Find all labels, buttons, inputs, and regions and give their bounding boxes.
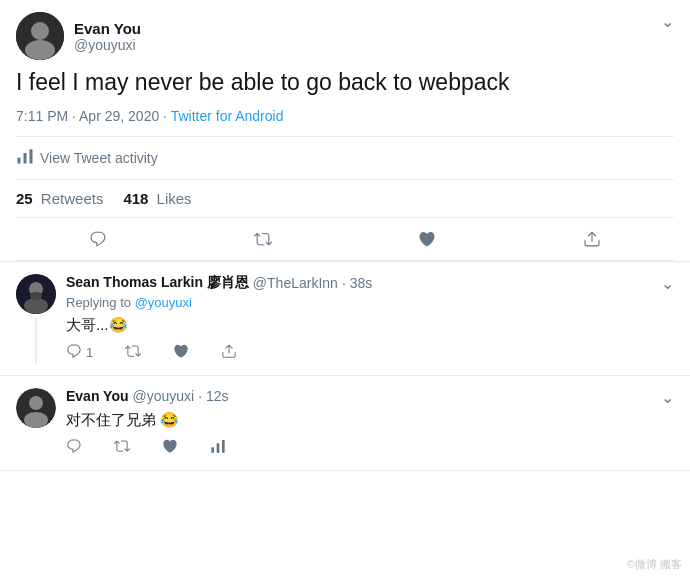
reply-icon-2	[66, 438, 82, 458]
tweet-activity[interactable]: View Tweet activity	[16, 136, 674, 180]
tweet-source-link[interactable]: Twitter for Android	[171, 108, 284, 124]
heart-icon-1	[173, 343, 189, 363]
chevron-down-icon[interactable]: ⌄	[661, 12, 674, 31]
reply-left-1	[16, 274, 56, 363]
svg-point-11	[29, 396, 43, 410]
reply-display-name-1: Sean Thomas Larkin 廖肖恩	[66, 274, 249, 292]
reply-right-2: Evan You @youyuxi · 12s ⌄ 对不住了兄弟 😂	[66, 388, 674, 458]
reply-actions-1: 1	[66, 343, 674, 363]
thread-line-1	[35, 318, 37, 363]
like-button[interactable]	[406, 222, 448, 256]
reply-actions-2	[66, 438, 674, 458]
svg-point-9	[30, 292, 42, 300]
display-name[interactable]: Evan You	[74, 20, 141, 37]
reply-chevron-2[interactable]: ⌄	[661, 388, 674, 407]
reply-header-1: Sean Thomas Larkin 廖肖恩 @TheLarkInn · 38s…	[66, 274, 674, 293]
likes-label: Likes	[157, 190, 192, 207]
svg-rect-4	[24, 153, 27, 164]
svg-rect-14	[217, 443, 220, 452]
reply-to-link-1[interactable]: @youyuxi	[135, 295, 192, 310]
meta-separator: ·	[163, 108, 171, 124]
reply-text-1: 大哥...😂	[66, 314, 674, 335]
svg-rect-3	[18, 157, 21, 163]
reply-chevron-1[interactable]: ⌄	[661, 274, 674, 293]
retweet-button[interactable]	[242, 222, 284, 256]
tweet-header: Evan You @youyuxi ⌄	[16, 12, 674, 60]
reply-reply-btn-1[interactable]: 1	[66, 343, 93, 363]
svg-point-8	[24, 298, 48, 314]
reply-user-info-1: Sean Thomas Larkin 廖肖恩 @TheLarkInn · 38s	[66, 274, 372, 292]
svg-point-12	[24, 412, 48, 428]
tweet-actions	[16, 218, 674, 261]
tweet-meta: 7:11 PM · Apr 29, 2020 · Twitter for And…	[16, 108, 674, 124]
retweet-icon-1	[125, 343, 141, 363]
svg-point-2	[25, 40, 55, 60]
reply-icon-1	[66, 343, 82, 363]
reply-button[interactable]	[77, 222, 119, 256]
likes-count: 418	[123, 190, 148, 207]
reply-username-1[interactable]: @TheLarkInn	[253, 275, 338, 291]
reply-count-1: 1	[86, 345, 93, 360]
activity-icon-2	[210, 438, 226, 458]
reply-share-btn-1[interactable]	[221, 343, 237, 363]
reply-avatar-evan[interactable]	[16, 388, 56, 428]
reply-retweet-btn-2[interactable]	[114, 438, 130, 458]
share-icon-1	[221, 343, 237, 363]
reply-reply-btn-2[interactable]	[66, 438, 82, 458]
retweet-count: 25	[16, 190, 33, 207]
activity-label: View Tweet activity	[40, 150, 158, 166]
user-info: Evan You @youyuxi	[74, 20, 141, 53]
reply-tweet-1: Sean Thomas Larkin 廖肖恩 @TheLarkInn · 38s…	[0, 262, 690, 376]
svg-point-1	[31, 22, 49, 40]
reply-text-2: 对不住了兄弟 😂	[66, 409, 674, 430]
reply-like-btn-1[interactable]	[173, 343, 189, 363]
tweet-stats: 25 Retweets 418 Likes	[16, 180, 674, 218]
reply-retweet-btn-1[interactable]	[125, 343, 141, 363]
svg-rect-15	[222, 440, 225, 453]
avatar[interactable]	[16, 12, 64, 60]
likes-stat[interactable]: 418 Likes	[123, 190, 191, 207]
reply-username-2[interactable]: @youyuxi	[133, 388, 195, 404]
svg-rect-5	[30, 149, 33, 163]
reply-left-2	[16, 388, 56, 458]
reply-activity-btn-2[interactable]	[210, 438, 226, 458]
retweet-icon-2	[114, 438, 130, 458]
reply-avatar-sean[interactable]	[16, 274, 56, 314]
reply-time-2: · 12s	[198, 388, 228, 404]
tweet-header-left: Evan You @youyuxi	[16, 12, 141, 60]
activity-bar-icon	[16, 147, 34, 169]
share-button[interactable]	[571, 222, 613, 256]
reply-like-btn-2[interactable]	[162, 438, 178, 458]
heart-icon-2	[162, 438, 178, 458]
reply-display-name-2: Evan You	[66, 388, 129, 404]
watermark: ©微博 搬客	[627, 557, 682, 572]
retweets-stat[interactable]: 25 Retweets	[16, 190, 103, 207]
main-tweet: Evan You @youyuxi ⌄ I feel I may never b…	[0, 0, 690, 262]
reply-header-2: Evan You @youyuxi · 12s ⌄	[66, 388, 674, 407]
tweet-timestamp: 7:11 PM · Apr 29, 2020	[16, 108, 159, 124]
reply-time-1: · 38s	[342, 275, 372, 291]
username[interactable]: @youyuxi	[74, 37, 141, 53]
reply-right-1: Sean Thomas Larkin 廖肖恩 @TheLarkInn · 38s…	[66, 274, 674, 363]
tweet-text: I feel I may never be able to go back to…	[16, 68, 674, 98]
retweet-label: Retweets	[41, 190, 104, 207]
reply-user-info-2: Evan You @youyuxi · 12s	[66, 388, 229, 404]
reply-to-1: Replying to @youyuxi	[66, 295, 674, 310]
reply-tweet-2: Evan You @youyuxi · 12s ⌄ 对不住了兄弟 😂	[0, 376, 690, 471]
svg-rect-13	[211, 447, 214, 452]
